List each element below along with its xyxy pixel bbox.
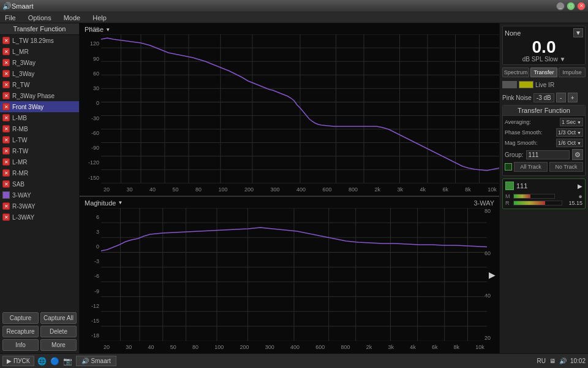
sidebar-item-13[interactable]: ✕SAB: [0, 178, 79, 190]
meter-r-value: 15.15: [564, 200, 582, 206]
minimize-button[interactable]: _: [556, 2, 565, 10]
phase-smooth-row: Phase Smooth: 1/3 Oct ▼: [505, 128, 583, 137]
meter-m-bar: [513, 194, 555, 199]
taskbar-smaart-app[interactable]: 🔊 Smaart: [76, 356, 116, 366]
sidebar-x-btn-9[interactable]: ✕: [2, 136, 10, 144]
sidebar-x-btn-5[interactable]: ✕: [2, 92, 10, 99]
sidebar-x-btn-11[interactable]: ✕: [2, 158, 10, 166]
magnitude-x-axis: 20304050801002003004006008002k3k4k6k8k10…: [101, 341, 487, 353]
sidebar-x-btn-16[interactable]: ✕: [2, 213, 10, 221]
taskbar-lang[interactable]: RU: [537, 358, 546, 364]
info-button[interactable]: Info: [2, 339, 39, 351]
sidebar-x-btn-3[interactable]: ✕: [2, 70, 10, 77]
sidebar-item-3[interactable]: ✕L_3Way: [0, 68, 79, 79]
pink-noise-plus[interactable]: +: [568, 93, 578, 102]
phase-smooth-label: Phase Smooth:: [505, 129, 543, 136]
sidebar-item-8[interactable]: ✕R-MB: [0, 123, 79, 134]
app-title: Smaart: [12, 2, 33, 10]
sidebar-item-14[interactable]: 3-WAY: [0, 190, 79, 201]
sidebar-item-5[interactable]: ✕R_3Way Phase: [0, 90, 79, 101]
group-select[interactable]: 111: [526, 150, 570, 159]
sidebar-item-0[interactable]: ✕L_TW 18.29ms: [0, 35, 79, 46]
none-dropdown[interactable]: ▼: [573, 28, 583, 37]
recapture-button[interactable]: Recapture: [2, 326, 39, 337]
taskbar-icon-blue[interactable]: 🔵: [50, 356, 61, 367]
tab-transfer[interactable]: Transfer: [530, 67, 557, 77]
tab-impulse[interactable]: Impulse: [559, 67, 586, 77]
sidebar-item-label-8: R-MB: [12, 126, 28, 132]
magnitude-svg: [101, 208, 487, 341]
menu-file[interactable]: File: [2, 13, 18, 22]
close-button[interactable]: ✕: [577, 2, 586, 10]
sidebar-item-label-1: L_MR: [12, 48, 29, 55]
meter-play-button[interactable]: ▶: [578, 183, 582, 190]
menu-options[interactable]: Options: [26, 13, 54, 22]
mag-smooth-label: Mag Smooth:: [505, 140, 538, 146]
sidebar-item-6[interactable]: ✕Front 3Way: [0, 101, 79, 112]
sidebar-x-btn-6[interactable]: ✕: [2, 103, 10, 110]
track-checkbox[interactable]: [505, 163, 512, 171]
magnitude-3way-label: 3-WAY: [473, 199, 494, 207]
taskbar-icon-browser[interactable]: 🌐: [37, 356, 48, 367]
sidebar-item-10[interactable]: ✕R-TW: [0, 145, 79, 156]
meter-m-label: M: [505, 193, 511, 199]
sidebar-x-btn-0[interactable]: ✕: [2, 37, 10, 44]
meter-color-box: [505, 182, 514, 190]
tab-spectrum[interactable]: Spectrum: [502, 67, 529, 77]
sidebar-item-12[interactable]: ✕R-MR: [0, 167, 79, 178]
spl-unit-dropdown[interactable]: ▼: [559, 56, 565, 63]
menu-mode[interactable]: Mode: [61, 13, 83, 22]
network-icon: 🖥: [549, 358, 556, 364]
pink-noise-minus[interactable]: -: [556, 93, 566, 102]
none-label: None: [505, 29, 521, 37]
sidebar-x-btn-4[interactable]: ✕: [2, 81, 10, 88]
start-icon: ▶: [7, 358, 12, 364]
mag-smooth-select[interactable]: 1/6 Oct ▼: [556, 139, 583, 147]
live-ir-row: Live IR: [502, 81, 586, 88]
maximize-button[interactable]: □: [567, 2, 575, 10]
sidebar-x-btn-15[interactable]: ✕: [2, 202, 10, 210]
sidebar-x-btn-8[interactable]: ✕: [2, 125, 10, 132]
all-track-button[interactable]: All Track: [514, 162, 548, 172]
menu-help[interactable]: Help: [90, 13, 109, 22]
phase-grid: [101, 34, 499, 183]
sidebar-item-4[interactable]: ✕R_TW: [0, 79, 79, 90]
capture-all-button[interactable]: Capture All: [40, 312, 77, 324]
sidebar-item-label-10: R-TW: [12, 148, 28, 155]
sidebar-item-7[interactable]: ✕L-MB: [0, 112, 79, 123]
sidebar-item-2[interactable]: ✕R_3Way: [0, 57, 79, 68]
sidebar-x-btn-12[interactable]: ✕: [2, 169, 10, 177]
sidebar-item-11[interactable]: ✕L-MR: [0, 156, 79, 167]
live-ir-label: Live IR: [535, 82, 554, 88]
start-button[interactable]: ▶ ПУСК: [2, 356, 34, 366]
sidebar-x-btn-7[interactable]: ✕: [2, 114, 10, 121]
meter-top: 111 ▶: [505, 182, 582, 190]
sidebar-item-9[interactable]: ✕L-TW: [0, 134, 79, 145]
titlebar: 🔊 Smaart _ □ ✕: [0, 0, 588, 12]
phase-smooth-select[interactable]: 1/3 Oct ▼: [556, 128, 583, 137]
spl-none-row: None ▼: [505, 28, 583, 37]
meter-settings-button[interactable]: ●: [578, 193, 582, 200]
no-track-button[interactable]: No Track: [549, 162, 583, 172]
taskbar-time: 10:02: [570, 358, 586, 364]
sidebar-item-1[interactable]: ✕L_MR: [0, 46, 79, 57]
pink-noise-db[interactable]: -3 dB: [533, 93, 554, 102]
track-row: All Track No Track: [505, 162, 583, 172]
sidebar-item-label-16: L-3WAY: [12, 214, 34, 221]
taskbar-quick-icons: 🌐 🔵 📷: [37, 356, 74, 367]
gear-button[interactable]: ⚙: [572, 149, 583, 160]
averaging-select[interactable]: 1 Sec ▼: [560, 118, 583, 126]
sidebar-item-16[interactable]: ✕L-3WAY: [0, 212, 79, 223]
spl-meter-section: None ▼ 0.0 dB SPL Slow ▼: [502, 26, 586, 65]
phase-x-axis: 20304050801002003004006008002k3k4k6k8k10…: [101, 183, 499, 196]
sidebar-x-btn-10[interactable]: ✕: [2, 147, 10, 155]
taskbar-icon-camera[interactable]: 📷: [62, 356, 74, 367]
sidebar-x-btn-1[interactable]: ✕: [2, 48, 10, 55]
sidebar-x-btn-13[interactable]: ✕: [2, 180, 10, 188]
more-button[interactable]: More: [40, 339, 77, 351]
sidebar-x-btn-2[interactable]: ✕: [2, 59, 10, 66]
right-panel: None ▼ 0.0 dB SPL Slow ▼ Spectrum Transf…: [499, 23, 588, 353]
capture-button[interactable]: Capture: [2, 312, 39, 324]
sidebar-item-15[interactable]: ✕R-3WAY: [0, 201, 79, 212]
delete-button[interactable]: Delete: [40, 326, 77, 337]
